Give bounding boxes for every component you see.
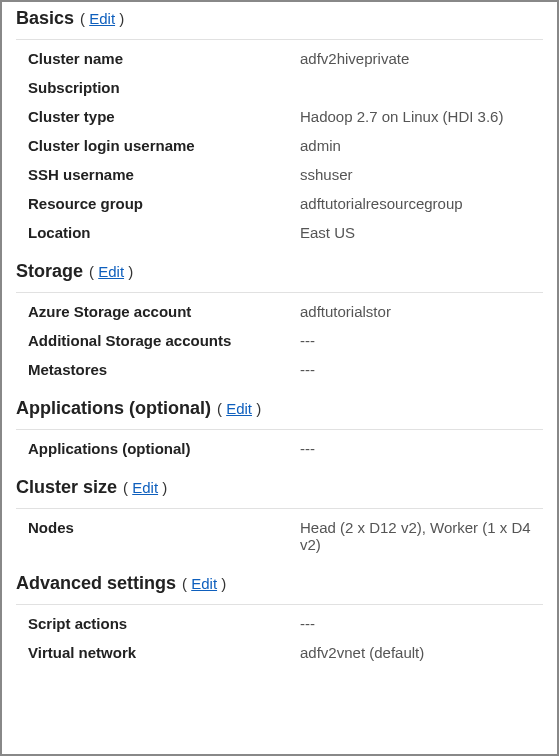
row-additional-storage-accounts: Additional Storage accounts ---	[16, 326, 543, 355]
value-applications-optional: ---	[300, 440, 543, 457]
divider	[16, 39, 543, 40]
row-cluster-login-username: Cluster login username admin	[16, 131, 543, 160]
label-cluster-name: Cluster name	[28, 50, 300, 67]
section-header-applications: Applications (optional) ( Edit )	[16, 398, 543, 419]
section-applications: Applications (optional) ( Edit ) Applica…	[16, 398, 543, 463]
row-azure-storage-account: Azure Storage account adftutorialstor	[16, 297, 543, 326]
value-ssh-username: sshuser	[300, 166, 543, 183]
edit-link-storage[interactable]: Edit	[98, 263, 124, 280]
row-script-actions: Script actions ---	[16, 609, 543, 638]
label-ssh-username: SSH username	[28, 166, 300, 183]
value-script-actions: ---	[300, 615, 543, 632]
edit-wrap-applications: ( Edit )	[217, 400, 261, 417]
edit-wrap-storage: ( Edit )	[89, 263, 133, 280]
edit-wrap-basics: ( Edit )	[80, 10, 124, 27]
summary-panel: Basics ( Edit ) Cluster name adfv2hivepr…	[2, 2, 557, 673]
edit-link-cluster-size[interactable]: Edit	[132, 479, 158, 496]
label-applications-optional: Applications (optional)	[28, 440, 300, 457]
section-header-basics: Basics ( Edit )	[16, 8, 543, 29]
section-header-storage: Storage ( Edit )	[16, 261, 543, 282]
value-azure-storage-account: adftutorialstor	[300, 303, 543, 320]
section-title-storage: Storage	[16, 261, 83, 282]
section-storage: Storage ( Edit ) Azure Storage account a…	[16, 261, 543, 384]
section-title-basics: Basics	[16, 8, 74, 29]
section-header-cluster-size: Cluster size ( Edit )	[16, 477, 543, 498]
label-virtual-network: Virtual network	[28, 644, 300, 661]
value-cluster-login-username: admin	[300, 137, 543, 154]
label-cluster-login-username: Cluster login username	[28, 137, 300, 154]
divider	[16, 508, 543, 509]
label-subscription: Subscription	[28, 79, 300, 96]
label-azure-storage-account: Azure Storage account	[28, 303, 300, 320]
row-subscription: Subscription	[16, 73, 543, 102]
row-applications-optional: Applications (optional) ---	[16, 434, 543, 463]
section-title-advanced-settings: Advanced settings	[16, 573, 176, 594]
divider	[16, 429, 543, 430]
row-metastores: Metastores ---	[16, 355, 543, 384]
edit-link-advanced-settings[interactable]: Edit	[191, 575, 217, 592]
row-virtual-network: Virtual network adfv2vnet (default)	[16, 638, 543, 667]
edit-link-applications[interactable]: Edit	[226, 400, 252, 417]
value-virtual-network: adfv2vnet (default)	[300, 644, 543, 661]
section-header-advanced-settings: Advanced settings ( Edit )	[16, 573, 543, 594]
section-advanced-settings: Advanced settings ( Edit ) Script action…	[16, 573, 543, 667]
divider	[16, 604, 543, 605]
section-title-applications: Applications (optional)	[16, 398, 211, 419]
section-title-cluster-size: Cluster size	[16, 477, 117, 498]
section-cluster-size: Cluster size ( Edit ) Nodes Head (2 x D1…	[16, 477, 543, 559]
row-cluster-name: Cluster name adfv2hiveprivate	[16, 44, 543, 73]
value-subscription	[300, 79, 543, 96]
edit-wrap-cluster-size: ( Edit )	[123, 479, 167, 496]
label-nodes: Nodes	[28, 519, 300, 553]
label-location: Location	[28, 224, 300, 241]
row-cluster-type: Cluster type Hadoop 2.7 on Linux (HDI 3.…	[16, 102, 543, 131]
value-cluster-name: adfv2hiveprivate	[300, 50, 543, 67]
row-ssh-username: SSH username sshuser	[16, 160, 543, 189]
section-basics: Basics ( Edit ) Cluster name adfv2hivepr…	[16, 8, 543, 247]
label-metastores: Metastores	[28, 361, 300, 378]
row-nodes: Nodes Head (2 x D12 v2), Worker (1 x D4 …	[16, 513, 543, 559]
row-location: Location East US	[16, 218, 543, 247]
label-cluster-type: Cluster type	[28, 108, 300, 125]
value-resource-group: adftutorialresourcegroup	[300, 195, 543, 212]
value-metastores: ---	[300, 361, 543, 378]
value-location: East US	[300, 224, 543, 241]
row-resource-group: Resource group adftutorialresourcegroup	[16, 189, 543, 218]
value-cluster-type: Hadoop 2.7 on Linux (HDI 3.6)	[300, 108, 543, 125]
value-additional-storage-accounts: ---	[300, 332, 543, 349]
edit-wrap-advanced-settings: ( Edit )	[182, 575, 226, 592]
edit-link-basics[interactable]: Edit	[89, 10, 115, 27]
divider	[16, 292, 543, 293]
label-additional-storage-accounts: Additional Storage accounts	[28, 332, 300, 349]
label-script-actions: Script actions	[28, 615, 300, 632]
label-resource-group: Resource group	[28, 195, 300, 212]
value-nodes: Head (2 x D12 v2), Worker (1 x D4 v2)	[300, 519, 543, 553]
